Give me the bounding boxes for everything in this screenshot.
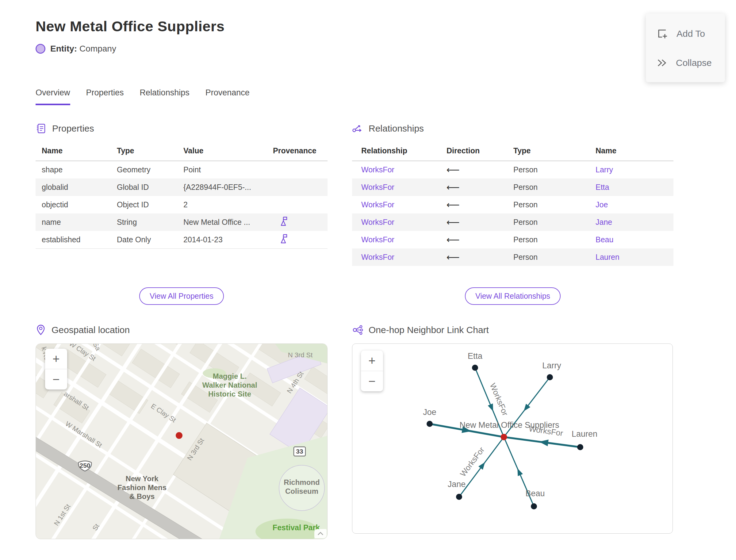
add-to-label: Add To	[677, 29, 705, 39]
entity-type-value: Company	[79, 44, 116, 53]
geospatial-section-header: Geospatial location	[36, 324, 328, 336]
view-all-relationships-button[interactable]: View All Relationships	[465, 287, 561, 305]
map-panel[interactable]: + −	[36, 343, 328, 539]
map-zoom-out-button[interactable]: −	[45, 369, 67, 389]
tab-properties[interactable]: Properties	[86, 88, 124, 105]
entity-name-link[interactable]: Lauren	[596, 253, 619, 261]
property-name: shape	[36, 161, 117, 179]
svg-text:33: 33	[296, 448, 303, 455]
column-header-relationship: Relationship	[352, 146, 447, 161]
relationship-row-jane: WorksFor⟵PersonJane	[352, 213, 673, 231]
property-row-name: nameStringNew Metal Office ...	[36, 213, 328, 231]
add-to-button[interactable]: Add To	[646, 23, 725, 45]
graph-node-label: Jane	[448, 480, 466, 489]
add-to-icon	[656, 28, 669, 40]
relationship-entity-type: Person	[513, 248, 596, 266]
entity-location-marker	[176, 432, 182, 439]
graph-node-label: Beau	[525, 489, 545, 498]
graph-node-label: Lauren	[572, 429, 597, 439]
map-attribution-toggle[interactable]	[314, 529, 327, 538]
relationship-row-larry: WorksFor⟵PersonLarry	[352, 161, 673, 179]
tab-overview[interactable]: Overview	[36, 88, 70, 105]
entity-name-link[interactable]: Joe	[596, 200, 608, 209]
collapse-label: Collapse	[676, 58, 712, 68]
tab-bar: OverviewPropertiesRelationshipsProvenanc…	[36, 88, 736, 105]
graph-node-beau[interactable]	[531, 503, 537, 509]
relationship-link[interactable]: WorksFor	[361, 253, 394, 261]
entity-name-link[interactable]: Beau	[596, 235, 613, 244]
properties-section-title: Properties	[52, 123, 94, 134]
provenance-flag-icon	[280, 234, 288, 244]
relationship-direction: ⟵	[447, 196, 513, 213]
property-row-globalid: globalidGlobal ID{A228944F-0EF5-...	[36, 178, 328, 196]
geospatial-section-title: Geospatial location	[52, 325, 130, 335]
property-provenance[interactable]	[273, 231, 328, 249]
properties-section-header: Properties	[36, 123, 328, 134]
relationship-link[interactable]: WorksFor	[361, 200, 394, 209]
relationship-entity-name: Lauren	[596, 248, 673, 266]
graph-node-etta[interactable]	[472, 365, 478, 371]
chart-zoom-in-button[interactable]: +	[361, 351, 383, 371]
relationship-link[interactable]: WorksFor	[361, 235, 394, 244]
property-name: globalid	[36, 178, 117, 196]
relationship-entity-type: Person	[513, 161, 596, 179]
property-provenance	[273, 196, 328, 213]
relationships-column: Relationships RelationshipDirectionTypeN…	[352, 123, 673, 534]
relationship-entity-type: Person	[513, 231, 596, 248]
relationships-icon	[352, 123, 363, 134]
graph-center-node[interactable]	[501, 434, 507, 440]
view-all-properties-button[interactable]: View All Properties	[139, 287, 224, 305]
relationship-entity-name: Etta	[596, 178, 673, 196]
tab-relationships[interactable]: Relationships	[140, 88, 190, 105]
entity-type-dot	[36, 44, 45, 54]
relationships-section-header: Relationships	[352, 123, 673, 134]
relationship-entity-type: Person	[513, 178, 596, 196]
relationship-type-cell: WorksFor	[352, 178, 447, 196]
provenance-flag-icon	[280, 216, 288, 227]
chevron-up-icon	[317, 532, 324, 535]
property-value: New Metal Office ...	[183, 213, 273, 231]
tab-provenance[interactable]: Provenance	[205, 88, 250, 105]
property-row-shape: shapeGeometryPoint	[36, 161, 328, 179]
relationship-link[interactable]: WorksFor	[361, 218, 394, 226]
relationship-entity-type: Person	[513, 196, 596, 213]
property-name: objectid	[36, 196, 117, 213]
relationship-direction: ⟵	[447, 161, 513, 179]
collapse-button[interactable]: Collapse	[646, 53, 725, 73]
property-row-objectid: objectidObject ID2	[36, 196, 328, 213]
page-title: New Metal Office Suppliers	[36, 18, 736, 35]
relationship-row-beau: WorksFor⟵PersonBeau	[352, 231, 673, 248]
link-chart-panel[interactable]: + − WorksForWorksForWorksForEttaLarryJoe…	[352, 343, 673, 534]
property-provenance	[273, 161, 328, 179]
property-provenance	[273, 178, 328, 196]
floating-action-card: Add To Collapse	[646, 13, 725, 82]
graph-node-jane[interactable]	[456, 494, 462, 500]
relationship-link[interactable]: WorksFor	[361, 183, 394, 191]
graph-node-larry[interactable]	[547, 374, 553, 380]
property-provenance[interactable]	[273, 213, 328, 231]
chart-zoom-out-button[interactable]: −	[361, 371, 383, 391]
relationship-row-joe: WorksFor⟵PersonJoe	[352, 196, 673, 213]
map-zoom-in-button[interactable]: +	[45, 349, 67, 369]
property-name: established	[36, 231, 117, 249]
map-label: N 3rd St	[288, 351, 313, 359]
entity-label: Entity:	[50, 44, 77, 53]
svg-text:250: 250	[79, 462, 90, 469]
graph-node-lauren[interactable]	[577, 444, 583, 450]
entity-detail-page: Add To Collapse New Metal Office Supplie…	[0, 0, 736, 539]
properties-table: NameTypeValueProvenance shapeGeometryPoi…	[36, 146, 328, 249]
relationship-link[interactable]: WorksFor	[361, 165, 394, 174]
relationships-table: RelationshipDirectionTypeName WorksFor⟵P…	[352, 146, 673, 266]
column-header-name: Name	[36, 146, 117, 161]
graph-node-label: Etta	[468, 351, 483, 361]
relationship-row-etta: WorksFor⟵PersonEtta	[352, 178, 673, 196]
graph-node-joe[interactable]	[427, 421, 433, 427]
entity-name-link[interactable]: Jane	[596, 218, 612, 226]
map-canvas: 25033 k RoW Clay StSaarshall StW Marshal…	[36, 344, 327, 539]
entity-name-link[interactable]: Etta	[596, 183, 609, 191]
relationship-type-cell: WorksFor	[352, 248, 447, 266]
properties-icon	[36, 123, 47, 134]
property-value: 2014-01-23	[183, 231, 273, 249]
entity-name-link[interactable]: Larry	[596, 165, 613, 174]
map-pin-icon	[36, 324, 46, 336]
